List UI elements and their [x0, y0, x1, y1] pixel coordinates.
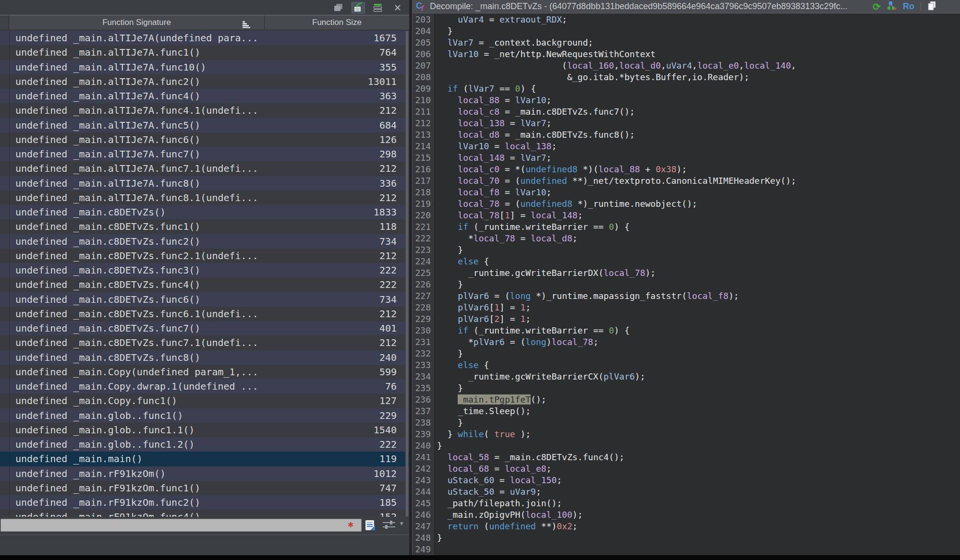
table-row[interactable]: undefined _main.rF91kzOm.func4()152 — [0, 510, 409, 517]
stacked-list-icon[interactable] — [371, 2, 385, 13]
function-graph-icon[interactable] — [887, 1, 897, 12]
code-line[interactable]: 209 if (lVar7 == 0) { — [413, 83, 960, 95]
table-row[interactable]: undefined _main.c8DETvZs.func7.1(undefi.… — [0, 335, 409, 350]
ro-toggle[interactable]: Ro — [903, 1, 914, 12]
code-line[interactable]: 206 lVar10 = _net/http.NewRequestWithCon… — [413, 48, 960, 60]
code-line[interactable]: 215 local_148 = lVar7; — [413, 152, 960, 164]
code-line[interactable]: 207 (local_160,local_d0,uVar4,local_e0,l… — [413, 60, 960, 71]
code-line[interactable]: 239 } while( true ); — [413, 429, 960, 440]
table-row[interactable]: undefined _main.c8DETvZs.func3()222 — [0, 263, 409, 277]
column-header-function-size[interactable]: Function Size — [265, 15, 409, 30]
code-line[interactable]: 249 — [413, 544, 960, 555]
code-line[interactable]: 226 } — [413, 279, 960, 290]
code-line[interactable]: 218 local_f8 = lVar10; — [413, 187, 960, 198]
filter-sliders-icon[interactable] — [382, 520, 397, 532]
code-line[interactable]: 246 _main.zOpigvPH(local_100); — [413, 509, 960, 521]
table-row[interactable]: undefined _main.rF91kzOm.func1()747 — [0, 481, 409, 495]
code-line[interactable]: 224 else { — [413, 256, 960, 267]
filter-doc-icon[interactable] — [364, 519, 376, 533]
table-row[interactable]: undefined _main.Copy.dwrap.1(undefined .… — [0, 379, 409, 393]
code-line[interactable]: 205 lVar7 = _context.background; — [413, 37, 960, 48]
copy-icon[interactable] — [927, 1, 937, 12]
code-line[interactable]: 225 _runtime.gcWriteBarrierDX(local_78); — [413, 267, 960, 279]
table-row[interactable]: undefined _main.alTIJe7A.func1()764 — [0, 45, 409, 60]
table-row[interactable]: undefined _main.c8DETvZs.func7()401 — [0, 321, 409, 335]
code-line[interactable]: 232 } — [413, 348, 960, 359]
table-row[interactable]: undefined _main.alTIJe7A.func8()336 — [0, 176, 409, 191]
code-line[interactable]: 227 plVar6 = (long *)_runtime.mapassign_… — [413, 290, 960, 302]
code-line[interactable]: 231 *plVar6 = (long)local_78; — [413, 336, 960, 348]
table-row[interactable]: undefined _main.alTIJe7A.func5()684 — [0, 118, 409, 132]
table-row[interactable]: undefined _main.alTIJe7A.func2()13011 — [0, 74, 409, 89]
code-line[interactable]: 244 uStack_50 = uVar9; — [413, 486, 960, 498]
table-row[interactable]: undefined _main.c8DETvZs.func6()734 — [0, 292, 409, 307]
code-line[interactable]: 242 local_68 = local_e8; — [413, 463, 960, 475]
code-line[interactable]: 211 local_c8 = _main.c8DETvZs.func7(); — [413, 106, 960, 118]
function-size-cell: 355 — [325, 60, 409, 74]
code-line[interactable]: 208 &_go.itab.*bytes.Buffer,io.Reader); — [413, 71, 960, 83]
code-line[interactable]: 241 local_58 = _main.c8DETvZs.func4(); — [413, 452, 960, 463]
code-line[interactable]: 220 local_78[1] = local_148; — [413, 210, 960, 221]
code-line[interactable]: 248} — [413, 532, 960, 544]
refresh-icon[interactable]: ⟳ — [873, 2, 881, 12]
table-row[interactable]: undefined _main.alTIJe7A.func10()355 — [0, 60, 409, 74]
code-line[interactable]: 204 } — [413, 25, 960, 37]
table-row[interactable]: undefined _main.c8DETvZs()1833 — [0, 205, 409, 219]
table-row[interactable]: undefined _main.c8DETvZs.func4()222 — [0, 277, 409, 292]
table-row[interactable]: undefined _main.glob..func1.2()222 — [0, 437, 409, 452]
code-line[interactable]: 217 local_70 = (undefined **)_net/textpr… — [413, 175, 960, 187]
code-line[interactable]: 247 return (undefined **)0x2; — [413, 521, 960, 532]
code-line[interactable]: 219 local_78 = (undefined8 *)_runtime.ne… — [413, 198, 960, 210]
table-row[interactable]: undefined _main.c8DETvZs.func1()118 — [0, 219, 409, 234]
code-line[interactable]: 236 _main.tPgp1feT(); — [413, 394, 960, 405]
code-line[interactable]: 203 uVar4 = extraout_RDX; — [413, 14, 960, 25]
code-line[interactable]: 243 uStack_60 = local_150; — [413, 475, 960, 486]
table-row[interactable]: undefined _main.alTIJe7A(undefined para.… — [0, 31, 409, 45]
table-row[interactable]: undefined _main.alTIJe7A.func4()363 — [0, 89, 409, 103]
table-row[interactable]: undefined _main.alTIJe7A.func4.1(undefi.… — [0, 103, 409, 118]
code-line[interactable]: 214 lVar10 = local_138; — [413, 141, 960, 152]
table-row[interactable]: undefined _main.glob..func1.1()1540 — [0, 423, 409, 437]
code-line[interactable]: 228 plVar6[1] = 1; — [413, 302, 960, 313]
dropdown-caret-icon[interactable]: ▾ — [400, 520, 403, 527]
code-line[interactable]: 222 *local_78 = local_d8; — [413, 233, 960, 244]
table-row[interactable]: undefined _main.c8DETvZs.func8()240 — [0, 350, 409, 365]
column-header-function-signature[interactable]: Function Signature — [9, 15, 265, 30]
table-row[interactable]: undefined _main.alTIJe7A.func8.1(undefi.… — [0, 191, 409, 205]
table-row[interactable]: undefined _main.c8DETvZs.func2()734 — [0, 234, 409, 249]
code-line[interactable]: 245 _path/filepath.join(); — [413, 498, 960, 509]
code-line[interactable]: 238 } — [413, 417, 960, 429]
table-row[interactable]: undefined _main.rF91kzOm()1012 — [0, 466, 409, 481]
table-row[interactable]: undefined _main.alTIJe7A.func6()126 — [0, 132, 409, 147]
code-line[interactable]: 221 if (_runtime.writeBarrier == 0) { — [413, 221, 960, 233]
code-line[interactable]: 216 local_c0 = *(undefined8 *)(local_88 … — [413, 164, 960, 175]
table-row[interactable]: undefined _main.rF91kzOm.func2()185 — [0, 495, 409, 510]
snapshot-icon[interactable] — [332, 2, 345, 13]
code-line[interactable]: 230 if (_runtime.writeBarrier == 0) { — [413, 325, 960, 336]
table-row[interactable]: undefined _main.Copy(undefined param_1,.… — [0, 365, 409, 379]
code-line[interactable]: 235 } — [413, 382, 960, 394]
table-row[interactable]: undefined _main.Copy.func1()127 — [0, 393, 409, 408]
table-row[interactable]: undefined _main.main()119 — [0, 452, 409, 466]
code-line[interactable]: 212 local_138 = lVar7; — [413, 118, 960, 129]
table-row[interactable]: undefined _main.glob..func1()229 — [0, 408, 409, 423]
highlighted-token[interactable]: _main.tPgp1feT — [458, 394, 531, 405]
table-scrollbar[interactable] — [405, 31, 409, 517]
code-line[interactable]: 237 _time.Sleep(); — [413, 405, 960, 417]
code-line[interactable]: 229 plVar6[2] = 1; — [413, 313, 960, 325]
table-row[interactable]: undefined _main.c8DETvZs.func2.1(undefi.… — [0, 249, 409, 263]
table-row[interactable]: undefined _main.c8DETvZs.func6.1(undefi.… — [0, 307, 409, 321]
filter-input[interactable] — [0, 519, 362, 532]
import-table-icon[interactable] — [352, 2, 365, 13]
code-line[interactable]: 210 local_88 = lVar10; — [413, 95, 960, 106]
code-line[interactable]: 213 local_d8 = _main.c8DETvZs.func8(); — [413, 129, 960, 141]
clear-filter-icon[interactable]: ✱ — [348, 521, 354, 529]
line-number: 212 — [413, 118, 435, 129]
code-line[interactable]: 223 } — [413, 244, 960, 256]
close-icon[interactable] — [391, 2, 404, 13]
table-row[interactable]: undefined _main.alTIJe7A.func7.1(undefi.… — [0, 161, 409, 176]
table-row[interactable]: undefined _main.alTIJe7A.func7()298 — [0, 147, 409, 161]
code-line[interactable]: 234 _runtime.gcWriteBarrierCX(plVar6); — [413, 371, 960, 382]
code-line[interactable]: 233 else { — [413, 359, 960, 371]
code-line[interactable]: 240} — [413, 440, 960, 452]
